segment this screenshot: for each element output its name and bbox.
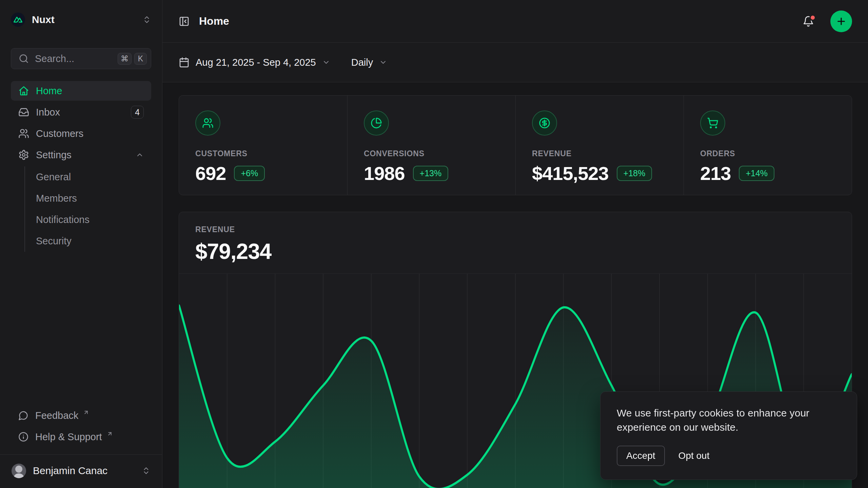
pie-chart-icon [364, 110, 389, 136]
nuxt-logo-icon [11, 13, 25, 27]
subnav-label: Security [36, 236, 72, 247]
users-icon [195, 110, 220, 136]
shopping-cart-icon [700, 110, 725, 136]
calendar-icon [179, 57, 190, 68]
sidebar-item-label: Home [36, 85, 62, 97]
date-range-picker[interactable]: Aug 21, 2025 - Sep 4, 2025 [179, 57, 330, 68]
circle-dollar-icon [532, 110, 557, 136]
stat-customers[interactable]: CUSTOMERS 692 +6% [179, 96, 347, 195]
notifications-button[interactable] [803, 16, 814, 27]
chevron-down-icon [379, 58, 387, 66]
granularity-value: Daily [351, 57, 373, 68]
opt-out-button[interactable]: Opt out [678, 446, 710, 465]
subnav-label: Members [36, 193, 77, 204]
inbox-count-badge: 4 [131, 106, 144, 119]
sidebar-item-label: Settings [36, 149, 129, 161]
sidebar-item-security[interactable]: Security [25, 230, 151, 252]
cookie-actions: Accept Opt out [617, 446, 841, 466]
settings-subnav: General Members Notifications Security [24, 166, 151, 252]
feedback-link[interactable]: Feedback [11, 406, 151, 425]
stat-value: $415,523 [532, 162, 609, 184]
revenue-header: REVENUE $79,234 [179, 212, 852, 273]
top-header: Home [162, 0, 868, 43]
kbd-k: K [134, 53, 147, 65]
date-range-value: Aug 21, 2025 - Sep 4, 2025 [196, 57, 316, 68]
footer-item-label: Feedback [35, 410, 78, 421]
stat-delta-badge: +18% [617, 166, 652, 181]
sidebar-item-customers[interactable]: Customers [11, 124, 151, 143]
sidebar-item-label: Customers [36, 128, 83, 139]
sidebar-nav: Home Inbox 4 Customers Settings Ge [11, 81, 151, 252]
message-circle-icon [18, 410, 28, 421]
stat-label: ORDERS [700, 149, 835, 158]
chevrons-up-down-icon [142, 15, 151, 24]
info-circle-icon [18, 432, 28, 442]
search-input[interactable]: Search... ⌘ K [11, 48, 151, 69]
search-placeholder: Search... [35, 53, 112, 64]
stat-label: CUSTOMERS [195, 149, 331, 158]
sidebar-item-general[interactable]: General [25, 166, 151, 188]
add-button[interactable] [830, 11, 852, 32]
avatar [12, 464, 26, 478]
accept-button[interactable]: Accept [617, 446, 665, 466]
sidebar-item-members[interactable]: Members [25, 188, 151, 209]
user-name: Benjamin Canac [33, 465, 135, 476]
subnav-label: General [36, 171, 71, 183]
collapse-sidebar-button[interactable] [179, 16, 190, 27]
granularity-select[interactable]: Daily [351, 57, 387, 68]
cookie-consent-toast: We use first-party cookies to enhance yo… [600, 391, 857, 480]
help-support-link[interactable]: Help & Support [11, 427, 151, 447]
stat-delta-badge: +14% [739, 166, 774, 181]
stat-value: 213 [700, 162, 731, 184]
stat-delta-badge: +6% [234, 166, 265, 181]
users-icon [18, 128, 29, 139]
team-name: Nuxt [32, 14, 136, 25]
sidebar-spacer [11, 252, 151, 406]
sidebar-divider [0, 454, 162, 455]
sidebar-item-notifications[interactable]: Notifications [25, 209, 151, 230]
kbd-meta: ⌘ [118, 53, 132, 65]
chevron-down-icon [322, 58, 330, 66]
stat-value: 1986 [364, 162, 405, 184]
unread-indicator [809, 14, 816, 21]
team-switcher[interactable]: Nuxt [11, 10, 151, 29]
search-shortcut: ⌘ K [118, 53, 147, 65]
cookie-message: We use first-party cookies to enhance yo… [617, 406, 830, 435]
sidebar-item-inbox[interactable]: Inbox 4 [11, 102, 151, 122]
revenue-label: REVENUE [195, 225, 835, 234]
arrow-up-right-icon [83, 409, 89, 415]
footer-item-label: Help & Support [35, 431, 102, 443]
sidebar-item-settings[interactable]: Settings [11, 145, 151, 165]
stat-delta-badge: +13% [413, 166, 449, 181]
chevrons-up-down-icon [142, 466, 151, 475]
plus-icon [836, 16, 847, 27]
stat-orders[interactable]: ORDERS 213 +14% [684, 96, 852, 195]
chevron-up-icon [136, 151, 144, 159]
arrow-up-right-icon [107, 431, 113, 437]
user-menu[interactable]: Benjamin Canac [11, 461, 151, 481]
stat-label: REVENUE [532, 149, 667, 158]
revenue-value: $79,234 [195, 239, 835, 264]
search-icon [19, 54, 29, 64]
gear-icon [18, 149, 29, 160]
stat-conversions[interactable]: CONVERSIONS 1986 +13% [347, 96, 515, 195]
stats-card: CUSTOMERS 692 +6% CONVERSIONS 1986 +13% [179, 95, 852, 195]
subnav-label: Notifications [36, 214, 90, 225]
sidebar: Nuxt Search... ⌘ K Home Inbox 4 [0, 0, 162, 488]
filter-bar: Aug 21, 2025 - Sep 4, 2025 Daily [162, 43, 868, 82]
stat-revenue[interactable]: REVENUE $415,523 +18% [515, 96, 684, 195]
sidebar-item-home[interactable]: Home [11, 81, 151, 101]
home-icon [18, 85, 29, 96]
sidebar-item-label: Inbox [36, 107, 124, 118]
sidebar-footer: Feedback Help & Support [11, 406, 151, 448]
page-title: Home [199, 15, 793, 27]
inbox-icon [18, 107, 29, 118]
stat-label: CONVERSIONS [364, 149, 499, 158]
stat-value: 692 [195, 162, 226, 184]
